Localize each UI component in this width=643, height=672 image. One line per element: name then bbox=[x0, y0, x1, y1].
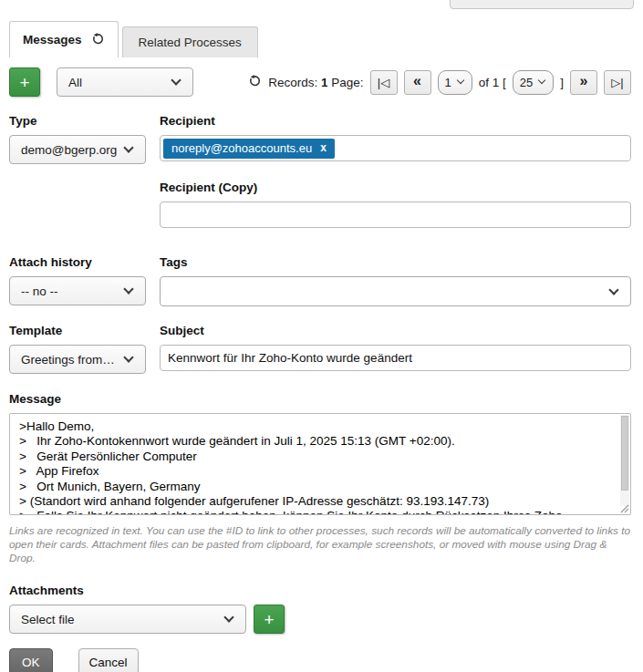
of-pages-label: of 1 [ bbox=[479, 76, 506, 89]
chevron-down-icon bbox=[456, 77, 463, 84]
chevron-down-icon bbox=[538, 77, 545, 84]
toolbar: + All Records: 1 Page: |◁ « 1 of 1 [ 25 bbox=[9, 67, 631, 97]
pagination: Records: 1 Page: |◁ « 1 of 1 [ 25 ] » ▷| bbox=[248, 70, 631, 95]
bracket-close-label: ] bbox=[560, 76, 564, 89]
attach-history-value: -- no -- bbox=[21, 284, 118, 298]
subject-input[interactable] bbox=[160, 345, 631, 371]
add-message-button[interactable]: + bbox=[9, 67, 40, 97]
records-count: 1 bbox=[321, 76, 328, 89]
next-page-button[interactable]: » bbox=[570, 70, 597, 95]
add-attachment-button[interactable]: + bbox=[254, 605, 285, 634]
attachments-section: Attachments Select file + bbox=[9, 584, 631, 634]
attach-history-label: Attach history bbox=[9, 255, 146, 269]
filter-select-value: All bbox=[68, 76, 165, 89]
messages-panel: Messages Related Processes + All bbox=[9, 0, 631, 672]
message-label: Message bbox=[9, 392, 631, 406]
first-page-icon: |◁ bbox=[378, 76, 389, 89]
chevron-down-icon bbox=[171, 75, 181, 85]
resize-grip-icon[interactable] bbox=[620, 501, 629, 517]
attachment-file-select[interactable]: Select file bbox=[9, 605, 246, 634]
cancel-button[interactable]: Cancel bbox=[78, 648, 139, 672]
chevron-down-icon bbox=[123, 142, 133, 152]
recipient-copy-label: Recipient (Copy) bbox=[160, 181, 631, 194]
first-page-button[interactable]: |◁ bbox=[370, 70, 398, 95]
per-page-value: 25 bbox=[520, 76, 533, 89]
attachments-label: Attachments bbox=[9, 584, 631, 597]
tab-messages-label: Messages bbox=[23, 33, 82, 47]
recipient-chip-text: noreply@zohoaccounts.eu bbox=[171, 141, 312, 155]
last-page-button[interactable]: ▷| bbox=[604, 70, 631, 95]
scrollbar-thumb[interactable] bbox=[621, 416, 628, 491]
template-select-value: Greetings from B... bbox=[21, 353, 118, 367]
tab-related-processes[interactable]: Related Processes bbox=[122, 26, 258, 57]
last-page-icon: ▷| bbox=[611, 76, 623, 89]
tab-messages[interactable]: Messages bbox=[9, 21, 119, 57]
chevron-down-icon bbox=[608, 284, 618, 295]
subject-label: Subject bbox=[160, 324, 631, 337]
refresh-list-icon[interactable] bbox=[248, 74, 262, 90]
prev-page-button[interactable]: « bbox=[404, 70, 431, 95]
records-label: Records: 1 Page: bbox=[268, 76, 363, 89]
type-label: Type bbox=[9, 114, 146, 128]
refresh-icon[interactable] bbox=[91, 32, 105, 48]
tags-label: Tags bbox=[160, 255, 631, 269]
per-page-select[interactable]: 25 bbox=[513, 70, 554, 95]
form-row-template-subject: Template Greetings from B... Subject bbox=[9, 324, 631, 374]
message-textarea[interactable]: >Hallo Demo, > Ihr Zoho-Kontokennwort wu… bbox=[9, 413, 631, 515]
form-row-type-recipient: Type demo@bgerp.org Recipient noreply@zo… bbox=[9, 114, 631, 164]
plus-icon: + bbox=[19, 74, 29, 91]
type-select-value: demo@bgerp.org bbox=[21, 143, 118, 157]
attach-history-select[interactable]: -- no -- bbox=[9, 276, 146, 305]
template-label: Template bbox=[9, 324, 146, 337]
recipient-input[interactable]: noreply@zohoaccounts.eu x bbox=[160, 135, 631, 161]
chevron-down-icon bbox=[123, 352, 133, 362]
next-page-icon: » bbox=[580, 73, 588, 89]
page-select[interactable]: 1 bbox=[438, 70, 472, 95]
textarea-scrollbar[interactable] bbox=[620, 415, 629, 506]
attachment-file-value: Select file bbox=[21, 613, 218, 626]
form-actions: OK Cancel bbox=[9, 648, 631, 672]
hint-text: Links are recognized in text. You can us… bbox=[9, 524, 631, 565]
chevron-down-icon bbox=[223, 613, 233, 623]
chip-remove-icon[interactable]: x bbox=[320, 141, 327, 154]
tab-related-label: Related Processes bbox=[139, 36, 242, 49]
tags-select[interactable] bbox=[160, 276, 631, 306]
prev-page-icon: « bbox=[413, 73, 421, 89]
page-select-value: 1 bbox=[445, 76, 451, 89]
form-row-history-tags: Attach history -- no -- Tags bbox=[9, 255, 631, 306]
type-select[interactable]: demo@bgerp.org bbox=[9, 135, 146, 164]
plus-icon: + bbox=[264, 611, 274, 628]
message-section: Message >Hallo Demo, > Ihr Zoho-Kontoken… bbox=[9, 392, 631, 565]
recipient-chip: noreply@zohoaccounts.eu x bbox=[163, 139, 335, 159]
recipient-label: Recipient bbox=[160, 114, 631, 128]
filter-select[interactable]: All bbox=[57, 67, 193, 97]
tab-bar: Messages Related Processes bbox=[9, 21, 631, 57]
form-row-recipient-copy: Recipient (Copy) bbox=[9, 181, 631, 228]
chevron-down-icon bbox=[123, 284, 133, 294]
template-select[interactable]: Greetings from B... bbox=[9, 345, 146, 374]
recipient-copy-input[interactable] bbox=[160, 202, 631, 228]
ok-button[interactable]: OK bbox=[9, 648, 53, 672]
